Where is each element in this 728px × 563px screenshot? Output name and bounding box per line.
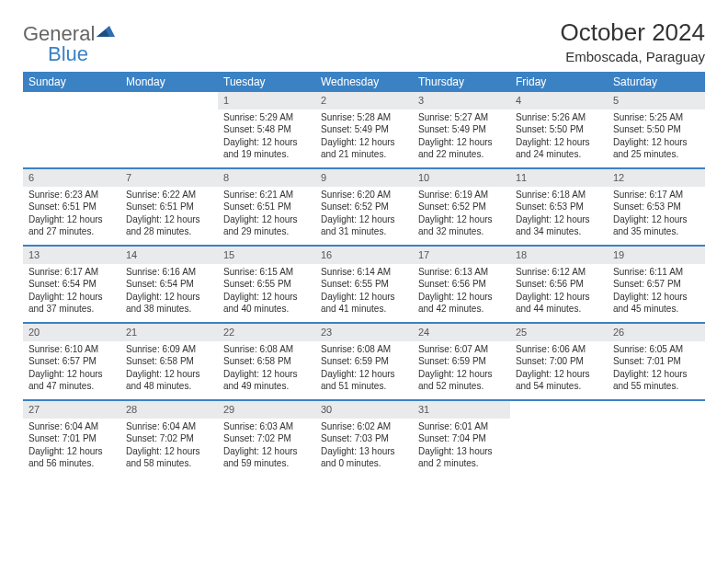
day-content: Sunrise: 5:27 AMSunset: 5:49 PMDaylight:…	[413, 109, 510, 165]
title-block: October 2024 Emboscada, Paraguay	[560, 18, 705, 64]
day-number: 8	[218, 169, 315, 187]
calendar-cell: 25Sunrise: 6:06 AMSunset: 7:00 PMDayligh…	[510, 323, 608, 400]
weekday-header: Wednesday	[315, 72, 413, 92]
day-content: Sunrise: 6:16 AMSunset: 6:54 PMDaylight:…	[120, 264, 218, 319]
calendar-cell: 3Sunrise: 5:27 AMSunset: 5:49 PMDaylight…	[413, 92, 510, 168]
day-content: Sunrise: 6:04 AMSunset: 7:01 PMDaylight:…	[23, 419, 120, 474]
day-content: Sunrise: 6:19 AMSunset: 6:52 PMDaylight:…	[413, 187, 510, 242]
brand-text-2: Blue	[48, 42, 88, 66]
day-content: Sunrise: 6:20 AMSunset: 6:52 PMDaylight:…	[315, 187, 413, 242]
day-number: 9	[315, 169, 413, 187]
day-content: Sunrise: 5:29 AMSunset: 5:48 PMDaylight:…	[218, 109, 315, 165]
day-number: 11	[510, 169, 608, 187]
calendar-cell: 1Sunrise: 5:29 AMSunset: 5:48 PMDaylight…	[218, 92, 315, 168]
day-number: 1	[218, 92, 315, 109]
day-number: 17	[413, 247, 510, 264]
calendar-cell: 8Sunrise: 6:21 AMSunset: 6:51 PMDaylight…	[218, 168, 315, 246]
day-content: Sunrise: 6:09 AMSunset: 6:58 PMDaylight:…	[120, 341, 218, 396]
calendar-cell: ..	[120, 92, 218, 168]
day-number: 22	[218, 324, 315, 341]
weekday-header: Monday	[120, 72, 218, 92]
location-label: Emboscada, Paraguay	[560, 49, 705, 64]
day-number: 4	[510, 92, 608, 109]
day-number: 18	[510, 247, 608, 264]
day-content: Sunrise: 6:17 AMSunset: 6:53 PMDaylight:…	[608, 187, 705, 242]
day-number: 5	[608, 92, 705, 109]
triangle-icon	[97, 24, 117, 39]
day-number: 14	[120, 247, 218, 264]
day-content: Sunrise: 6:06 AMSunset: 7:00 PMDaylight:…	[510, 341, 608, 396]
day-number: 7	[120, 169, 218, 187]
day-content: Sunrise: 6:13 AMSunset: 6:56 PMDaylight:…	[413, 264, 510, 319]
calendar-cell: 15Sunrise: 6:15 AMSunset: 6:55 PMDayligh…	[218, 246, 315, 323]
calendar-cell: 31Sunrise: 6:01 AMSunset: 7:04 PMDayligh…	[413, 400, 510, 477]
day-content: Sunrise: 6:10 AMSunset: 6:57 PMDaylight:…	[23, 341, 120, 396]
day-content: Sunrise: 6:05 AMSunset: 7:01 PMDaylight:…	[608, 341, 705, 396]
day-content: Sunrise: 6:03 AMSunset: 7:02 PMDaylight:…	[218, 419, 315, 474]
calendar-cell: 16Sunrise: 6:14 AMSunset: 6:55 PMDayligh…	[315, 246, 413, 323]
day-number: 26	[608, 324, 705, 341]
calendar-cell: 13Sunrise: 6:17 AMSunset: 6:54 PMDayligh…	[23, 246, 120, 323]
calendar-cell: 6Sunrise: 6:23 AMSunset: 6:51 PMDaylight…	[23, 168, 120, 246]
day-number: 13	[23, 247, 120, 264]
calendar-cell: 17Sunrise: 6:13 AMSunset: 6:56 PMDayligh…	[413, 246, 510, 323]
day-content: Sunrise: 6:01 AMSunset: 7:04 PMDaylight:…	[413, 419, 510, 474]
page-title: October 2024	[560, 18, 705, 47]
calendar-cell: 24Sunrise: 6:07 AMSunset: 6:59 PMDayligh…	[413, 323, 510, 400]
calendar-cell: 14Sunrise: 6:16 AMSunset: 6:54 PMDayligh…	[120, 246, 218, 323]
calendar-cell: 7Sunrise: 6:22 AMSunset: 6:51 PMDaylight…	[120, 168, 218, 246]
calendar-cell: 9Sunrise: 6:20 AMSunset: 6:52 PMDaylight…	[315, 168, 413, 246]
calendar-cell: 22Sunrise: 6:08 AMSunset: 6:58 PMDayligh…	[218, 323, 315, 400]
calendar-cell: ..	[510, 400, 608, 477]
day-content: Sunrise: 6:17 AMSunset: 6:54 PMDaylight:…	[23, 264, 120, 319]
day-content: Sunrise: 6:21 AMSunset: 6:51 PMDaylight:…	[218, 187, 315, 242]
calendar-cell: 23Sunrise: 6:08 AMSunset: 6:59 PMDayligh…	[315, 323, 413, 400]
day-content: Sunrise: 6:08 AMSunset: 6:58 PMDaylight:…	[218, 341, 315, 396]
header: General October 2024 Emboscada, Paraguay	[23, 18, 705, 64]
calendar-cell: 19Sunrise: 6:11 AMSunset: 6:57 PMDayligh…	[608, 246, 705, 323]
calendar-table: SundayMondayTuesdayWednesdayThursdayFrid…	[23, 72, 705, 477]
calendar-cell: 5Sunrise: 5:25 AMSunset: 5:50 PMDaylight…	[608, 92, 705, 168]
weekday-header: Thursday	[413, 72, 510, 92]
calendar-header-row: SundayMondayTuesdayWednesdayThursdayFrid…	[23, 72, 705, 92]
day-number: 31	[413, 401, 510, 419]
day-number: 27	[23, 401, 120, 419]
day-number: 15	[218, 247, 315, 264]
day-content: Sunrise: 6:11 AMSunset: 6:57 PMDaylight:…	[608, 264, 705, 319]
calendar-cell: 11Sunrise: 6:18 AMSunset: 6:53 PMDayligh…	[510, 168, 608, 246]
day-content: Sunrise: 5:26 AMSunset: 5:50 PMDaylight:…	[510, 109, 608, 165]
day-content: Sunrise: 6:02 AMSunset: 7:03 PMDaylight:…	[315, 419, 413, 474]
calendar-cell: 10Sunrise: 6:19 AMSunset: 6:52 PMDayligh…	[413, 168, 510, 246]
calendar-cell: 30Sunrise: 6:02 AMSunset: 7:03 PMDayligh…	[315, 400, 413, 477]
calendar-cell: ..	[608, 400, 705, 477]
day-content: Sunrise: 6:04 AMSunset: 7:02 PMDaylight:…	[120, 419, 218, 474]
day-number: 6	[23, 169, 120, 187]
day-number: 19	[608, 247, 705, 264]
weekday-header: Saturday	[608, 72, 705, 92]
calendar-cell: 27Sunrise: 6:04 AMSunset: 7:01 PMDayligh…	[23, 400, 120, 477]
day-number: 29	[218, 401, 315, 419]
day-number: 30	[315, 401, 413, 419]
day-number: 10	[413, 169, 510, 187]
weekday-header: Sunday	[23, 72, 120, 92]
day-number: 25	[510, 324, 608, 341]
day-content: Sunrise: 6:23 AMSunset: 6:51 PMDaylight:…	[23, 187, 120, 242]
calendar-cell: 2Sunrise: 5:28 AMSunset: 5:49 PMDaylight…	[315, 92, 413, 168]
day-content: Sunrise: 6:15 AMSunset: 6:55 PMDaylight:…	[218, 264, 315, 319]
calendar-cell: 12Sunrise: 6:17 AMSunset: 6:53 PMDayligh…	[608, 168, 705, 246]
weekday-header: Tuesday	[218, 72, 315, 92]
calendar-cell: 26Sunrise: 6:05 AMSunset: 7:01 PMDayligh…	[608, 323, 705, 400]
calendar-cell: 29Sunrise: 6:03 AMSunset: 7:02 PMDayligh…	[218, 400, 315, 477]
day-content: Sunrise: 6:12 AMSunset: 6:56 PMDaylight:…	[510, 264, 608, 319]
day-number: 12	[608, 169, 705, 187]
calendar-cell: 20Sunrise: 6:10 AMSunset: 6:57 PMDayligh…	[23, 323, 120, 400]
calendar-cell: 18Sunrise: 6:12 AMSunset: 6:56 PMDayligh…	[510, 246, 608, 323]
day-number: 20	[23, 324, 120, 341]
day-content: Sunrise: 6:08 AMSunset: 6:59 PMDaylight:…	[315, 341, 413, 396]
day-number: 23	[315, 324, 413, 341]
calendar-cell: 4Sunrise: 5:26 AMSunset: 5:50 PMDaylight…	[510, 92, 608, 168]
day-number: 2	[315, 92, 413, 109]
calendar-cell: 21Sunrise: 6:09 AMSunset: 6:58 PMDayligh…	[120, 323, 218, 400]
calendar-cell: 28Sunrise: 6:04 AMSunset: 7:02 PMDayligh…	[120, 400, 218, 477]
day-content: Sunrise: 5:25 AMSunset: 5:50 PMDaylight:…	[608, 109, 705, 165]
